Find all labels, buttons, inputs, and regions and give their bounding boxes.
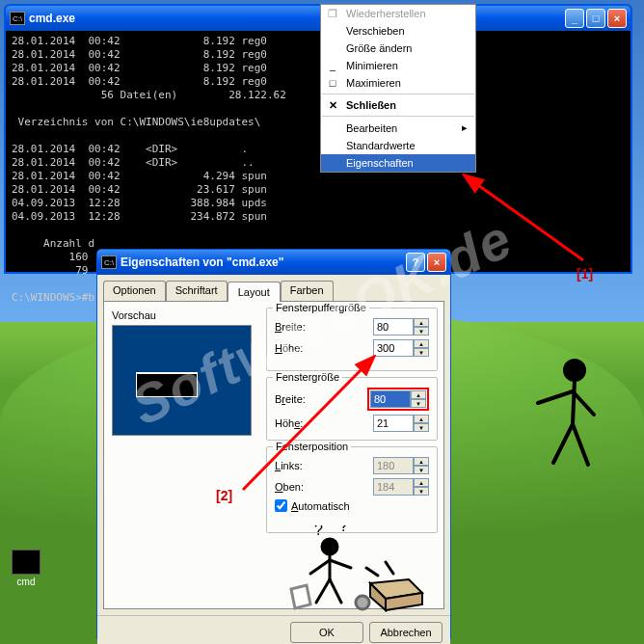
spin-down[interactable]: ▼ bbox=[414, 423, 429, 432]
buffer-width-input[interactable] bbox=[373, 318, 414, 335]
svg-text:?: ? bbox=[339, 525, 348, 534]
cmd-shortcut-icon bbox=[12, 550, 40, 575]
minimize-button[interactable]: _ bbox=[565, 9, 584, 28]
menu-separator bbox=[322, 116, 474, 117]
winpos-top-label: Oben: bbox=[275, 481, 373, 493]
svg-point-0 bbox=[565, 361, 584, 380]
tab-optionen[interactable]: Optionen bbox=[103, 281, 166, 301]
spin-up: ▲ bbox=[414, 457, 429, 466]
min-icon: _ bbox=[326, 59, 339, 72]
spin-down[interactable]: ▼ bbox=[411, 399, 426, 408]
winsize-width-spinner[interactable]: ▲▼ bbox=[370, 390, 426, 408]
winpos-left-spinner: ▲▼ bbox=[373, 457, 429, 474]
preview-box bbox=[112, 325, 252, 436]
menu-item-verschieben[interactable]: Verschieben bbox=[321, 22, 475, 40]
annotation-label-1: [1] bbox=[577, 266, 593, 282]
blank-icon bbox=[326, 121, 339, 135]
blank-icon bbox=[326, 156, 339, 170]
spin-down[interactable]: ▼ bbox=[414, 348, 429, 357]
close-button[interactable]: × bbox=[427, 253, 446, 272]
highlighted-field: ▲▼ bbox=[367, 388, 429, 411]
buffer-height-input[interactable] bbox=[373, 339, 414, 357]
system-menu: ❐WiederherstellenVerschiebenGröße ändern… bbox=[320, 4, 476, 173]
group-window-size: Fenstergröße Breite: ▲▼ Höhe: ▲▼ bbox=[266, 377, 438, 441]
tab-schriftart[interactable]: Schriftart bbox=[166, 281, 228, 301]
buffer-height-label: Höhe: bbox=[275, 342, 373, 354]
winsize-height-label: Höhe: bbox=[275, 417, 373, 429]
preview-window-thumbnail bbox=[136, 372, 198, 397]
menu-item-minimieren[interactable]: _Minimieren bbox=[321, 57, 475, 74]
properties-dialog: C:\ Eigenschaften von "cmd.exe" ? × Opti… bbox=[96, 249, 451, 639]
menu-item-maximieren[interactable]: □Maximieren bbox=[321, 74, 475, 92]
confused-stickman-illustration: ? ? bbox=[278, 525, 432, 612]
cmd-titlebar[interactable]: C:\ cmd.exe _ □ × bbox=[6, 6, 631, 31]
menu-item-bearbeiten[interactable]: Bearbeiten▸ bbox=[321, 119, 475, 137]
menu-item-label: Standardwerte bbox=[346, 140, 416, 151]
help-button[interactable]: ? bbox=[406, 253, 425, 272]
spin-down: ▼ bbox=[414, 466, 429, 474]
menu-item-schlieen[interactable]: ✕Schließen bbox=[321, 96, 475, 114]
svg-point-2 bbox=[322, 539, 337, 554]
menu-item-label: Verschieben bbox=[346, 25, 405, 37]
menu-item-standardwerte[interactable]: Standardwerte bbox=[321, 137, 475, 154]
dialog-button-row: OK Abbrechen bbox=[97, 615, 450, 644]
svg-point-5 bbox=[356, 596, 369, 609]
blank-icon bbox=[326, 41, 339, 55]
svg-text:?: ? bbox=[314, 525, 323, 538]
tab-layout[interactable]: Layout bbox=[228, 282, 281, 302]
winsize-width-input[interactable] bbox=[370, 390, 411, 408]
desktop-shortcut[interactable]: cmd bbox=[10, 550, 42, 587]
group-title: Fensterpuffergröße bbox=[273, 302, 369, 313]
menu-item-label: Minimieren bbox=[346, 60, 398, 71]
properties-title: Eigenschaften von "cmd.exe" bbox=[121, 255, 406, 269]
close-icon: ✕ bbox=[326, 98, 339, 112]
ok-button[interactable]: OK bbox=[290, 622, 363, 643]
auto-position-checkbox[interactable] bbox=[275, 499, 287, 512]
winpos-left-input bbox=[373, 457, 414, 474]
spin-down[interactable]: ▼ bbox=[414, 327, 429, 335]
group-title: Fenstergröße bbox=[273, 371, 342, 383]
winpos-top-spinner: ▲▼ bbox=[373, 478, 429, 496]
auto-position-label: Automatisch bbox=[291, 500, 350, 512]
spin-up: ▲ bbox=[414, 478, 429, 487]
blank-icon bbox=[326, 24, 339, 38]
buffer-width-label: Breite: bbox=[275, 321, 373, 333]
buffer-height-spinner[interactable]: ▲▼ bbox=[373, 339, 429, 357]
winpos-left-label: Links: bbox=[275, 460, 373, 471]
menu-item-label: Wiederherstellen bbox=[346, 8, 426, 19]
menu-separator bbox=[322, 94, 474, 94]
menu-item-label: Größe ändern bbox=[346, 42, 412, 54]
properties-titlebar[interactable]: C:\ Eigenschaften von "cmd.exe" ? × bbox=[97, 250, 450, 275]
menu-item-label: Maximieren bbox=[346, 77, 401, 89]
submenu-arrow-icon: ▸ bbox=[462, 121, 468, 134]
max-icon: □ bbox=[326, 76, 339, 90]
menu-item-wiederherstellen: ❐Wiederherstellen bbox=[321, 5, 475, 22]
spin-up[interactable]: ▲ bbox=[411, 390, 426, 399]
cmd-title-icon: C:\ bbox=[101, 255, 117, 269]
menu-item-label: Eigenschaften bbox=[346, 157, 414, 169]
annotation-label-2: [2] bbox=[216, 488, 232, 503]
spin-up[interactable]: ▲ bbox=[414, 415, 429, 423]
group-title: Fensterposition bbox=[273, 441, 351, 452]
buffer-width-spinner[interactable]: ▲▼ bbox=[373, 318, 429, 335]
spin-up[interactable]: ▲ bbox=[414, 339, 429, 348]
close-button[interactable]: × bbox=[607, 9, 627, 28]
menu-item-label: Bearbeiten bbox=[346, 122, 397, 134]
maximize-button[interactable]: □ bbox=[586, 9, 605, 28]
menu-item-grendern[interactable]: Größe ändern bbox=[321, 40, 475, 57]
spin-up[interactable]: ▲ bbox=[414, 318, 429, 327]
cmd-title: cmd.exe bbox=[29, 12, 565, 25]
stick-figure-illustration bbox=[519, 357, 605, 492]
winsize-height-input[interactable] bbox=[373, 415, 414, 432]
tab-farben[interactable]: Farben bbox=[281, 281, 334, 301]
winpos-top-input bbox=[373, 478, 414, 496]
group-window-position: Fensterposition Links: ▲▼ Oben: ▲▼ Autom… bbox=[266, 446, 438, 533]
menu-item-eigenschaften[interactable]: Eigenschaften bbox=[321, 154, 475, 172]
restore-icon: ❐ bbox=[326, 7, 339, 20]
cmd-window: C:\ cmd.exe _ □ × 28.01.2014 00:42 8.192… bbox=[4, 4, 632, 274]
desktop-shortcut-label: cmd bbox=[10, 577, 42, 587]
winsize-height-spinner[interactable]: ▲▼ bbox=[373, 415, 429, 432]
cmd-title-icon: C:\ bbox=[10, 12, 25, 25]
cancel-button[interactable]: Abbrechen bbox=[369, 622, 443, 643]
group-buffer-size: Fensterpuffergröße Breite: ▲▼ Höhe: ▲▼ bbox=[266, 308, 438, 371]
